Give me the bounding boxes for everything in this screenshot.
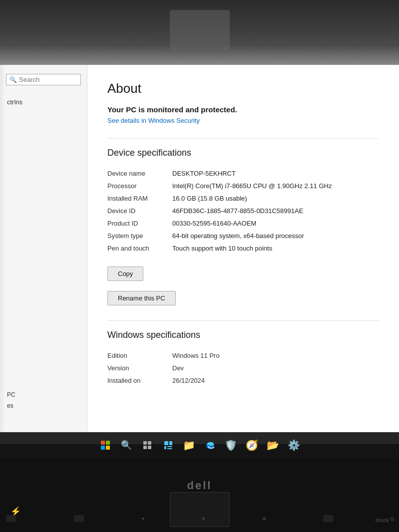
device-spec-row: Device name DESKTOP-5EKHRCT [107,167,379,180]
start-button[interactable] [96,436,114,454]
sidebar-bottom-pc: PC [7,389,80,400]
sidebar-search-box[interactable]: 🔍 [6,74,81,85]
top-photo-area [0,0,399,65]
taskbar: 🔍 📁 🛡️ 🧭 📂 ⚙️ [0,432,399,458]
kb-text-4: ⊟ [390,516,394,522]
device-spec-label: Device name [107,167,172,180]
device-spec-row: Processor Intel(R) Core(TM) i7-8665U CPU… [107,180,379,192]
screen-area: 🔍 ctrlns PC es About Your PC is monitore… [0,65,399,444]
svg-rect-6 [167,446,172,447]
svg-rect-3 [148,446,151,449]
svg-rect-8 [169,441,172,445]
taskbar-widgets-icon[interactable] [159,436,177,454]
search-icon: 🔍 [9,76,17,83]
sidebar-bottom: PC es [0,386,87,414]
device-spec-label: System type [107,230,172,242]
dell-logo: dell [187,479,212,492]
svg-rect-1 [148,441,151,445]
copy-button[interactable]: Copy [107,266,143,281]
device-spec-row: System type 64-bit operating system, x64… [107,230,379,242]
device-spec-value: DESKTOP-5EKHRCT [172,167,379,180]
win-spec-value: Dev [172,362,379,374]
sidebar-item-ctrlns[interactable]: ctrlns [0,95,87,109]
device-spec-row: Pen and touch Touch support with 10 touc… [107,242,379,255]
sidebar-nav: ctrlns [0,95,87,109]
device-spec-value: 46FDB36C-1885-4877-8855-0D31C58991AE [172,205,379,217]
left-decoration [0,65,4,444]
page-title: About [107,81,379,96]
keyboard-area: dell ⚡ druck ☀ ☀ ❄ ⊟ [0,458,399,532]
windows-security-link[interactable]: See details in Windows Security [107,117,379,124]
protection-status: Your PC is monitored and protected. [107,105,379,114]
win-spec-label: Installed on [107,374,172,387]
win-spec-value: Windows 11 Pro [172,349,379,362]
taskbar-taskview-icon[interactable] [138,436,156,454]
device-spec-value: 16.0 GB (15.8 GB usable) [172,192,379,205]
search-input[interactable] [19,76,77,83]
win-spec-row: Version Dev [107,362,379,374]
svg-rect-2 [143,446,147,449]
svg-rect-7 [167,448,172,449]
windows-specs-table: Edition Windows 11 Pro Version Dev Insta… [107,349,379,387]
win-spec-row: Installed on 26/12/2024 [107,374,379,387]
kb-text-2: ☀ [201,516,206,522]
win-spec-row: Edition Windows 11 Pro [107,349,379,362]
kb-text-1: ☀ [141,516,145,522]
win-spec-label: Version [107,362,172,374]
device-spec-label: Installed RAM [107,192,172,205]
keyboard-row: ☀ ☀ ❄ ⊟ [0,515,399,522]
taskbar-edge-icon[interactable] [201,436,219,454]
kb-text-3: ❄ [262,516,266,522]
svg-rect-0 [143,441,147,445]
kb-indicator-1 [6,515,16,522]
device-spec-value: 64-bit operating system, x64-based proce… [172,230,379,242]
sidebar: 🔍 ctrlns PC es [0,65,87,444]
win-spec-value: 26/12/2024 [172,374,379,387]
kb-indicator-2 [74,515,84,522]
device-spec-value: Intel(R) Core(TM) i7-8665U CPU @ 1.90GHz… [172,180,379,192]
windows-specs-title: Windows specifications [107,330,379,340]
svg-rect-5 [164,446,166,449]
device-spec-label: Processor [107,180,172,192]
svg-rect-4 [164,441,168,445]
main-content: About Your PC is monitored and protected… [87,65,399,444]
taskbar-search-icon[interactable]: 🔍 [117,436,135,454]
sidebar-bottom-es: es [7,400,80,411]
divider-1 [107,138,379,139]
taskbar-explorer-icon[interactable]: 📁 [180,436,198,454]
taskbar-mail-icon[interactable]: 🧭 [243,436,261,454]
device-spec-row: Product ID 00330-52595-61640-AAOEM [107,217,379,230]
taskbar-fileexplorer2-icon[interactable]: 📂 [264,436,282,454]
taskbar-security-icon[interactable]: 🛡️ [222,436,240,454]
device-specs-title: Device specifications [107,148,379,158]
device-spec-value: Touch support with 10 touch points [172,242,379,255]
device-spec-label: Product ID [107,217,172,230]
device-spec-label: Pen and touch [107,242,172,255]
divider-2 [107,320,379,321]
device-spec-row: Device ID 46FDB36C-1885-4877-8855-0D31C5… [107,205,379,217]
win-spec-label: Edition [107,349,172,362]
device-spec-label: Device ID [107,205,172,217]
device-specs-table: Device name DESKTOP-5EKHRCT Processor In… [107,167,379,255]
kb-indicator-3 [323,515,333,522]
taskbar-settings-icon[interactable]: ⚙️ [285,436,303,454]
rename-pc-button[interactable]: Rename this PC [107,291,176,305]
device-spec-value: 00330-52595-61640-AAOEM [172,217,379,230]
device-spec-row: Installed RAM 16.0 GB (15.8 GB usable) [107,192,379,205]
